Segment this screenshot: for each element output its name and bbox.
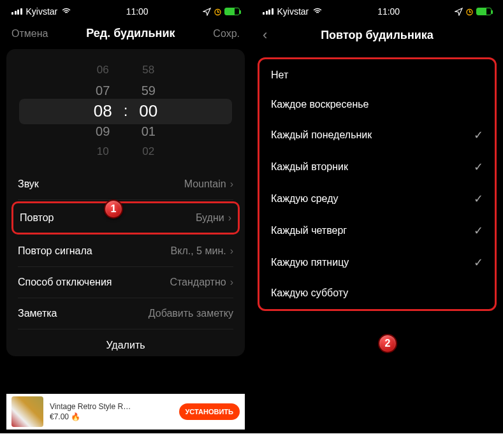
location-icon (455, 8, 463, 16)
chevron-right-icon: › (230, 277, 233, 288)
hour-column[interactable]: 06 07 08 09 10 (94, 62, 112, 160)
callout-badge-1: 1 (104, 199, 123, 219)
note-placeholder: Добавить заметку (149, 308, 233, 319)
snooze-label: Повтор сигнала (18, 245, 92, 257)
delete-button[interactable]: Удалить (18, 329, 233, 356)
repeat-option-monday[interactable]: Каждый понедельник ✓ (265, 119, 490, 151)
repeat-option-saturday[interactable]: Каждую субботу (265, 278, 490, 308)
snooze-row[interactable]: Повтор сигнала Вкл., 5 мин.› (18, 236, 233, 267)
repeat-value: Будни (196, 212, 224, 224)
screen-edit-alarm: Kyivstar 11:00 Отмена Ред. будильник Сох… (0, 0, 251, 433)
wifi-icon (312, 8, 323, 15)
ad-thumbnail (11, 396, 43, 427)
repeat-option-sunday[interactable]: Каждое воскресенье (265, 90, 490, 119)
cancel-button[interactable]: Отмена (11, 28, 48, 40)
sound-row[interactable]: Звук Mountain› (18, 169, 233, 200)
repeat-row[interactable]: Повтор Будни› (11, 201, 240, 235)
ad-banner[interactable]: Vintage Retro Style R… €7.00 🔥 УСТАНОВИТ… (6, 394, 245, 430)
repeat-option-none[interactable]: Нет (265, 61, 490, 90)
repeat-options-panel: Нет Каждое воскресенье Каждый понедельни… (258, 57, 497, 311)
carrier-label: Kyivstar (277, 6, 309, 17)
snooze-value: Вкл., 5 мин. (171, 245, 226, 257)
carrier-label: Kyivstar (26, 6, 58, 17)
check-icon: ✓ (474, 256, 483, 270)
chevron-right-icon: › (230, 245, 233, 257)
page-title: Ред. будильник (86, 27, 175, 40)
repeat-option-thursday[interactable]: Каждый четверг ✓ (265, 215, 490, 247)
dismiss-label: Способ отключения (18, 277, 112, 288)
chevron-right-icon: › (228, 212, 231, 224)
dismiss-row[interactable]: Способ отключения Стандартно› (18, 267, 233, 298)
status-bar: Kyivstar 11:00 (0, 0, 251, 22)
sound-value: Mountain (184, 178, 226, 190)
minute-column[interactable]: 58 59 00 01 02 (139, 62, 157, 160)
check-icon: ✓ (474, 160, 483, 174)
repeat-label: Повтор (20, 212, 54, 224)
status-bar: Kyivstar 11:00 (251, 0, 503, 22)
check-icon: ✓ (474, 224, 483, 238)
ad-price: €7.00 🔥 (50, 412, 173, 421)
clock-label: 11:00 (126, 6, 149, 17)
note-row[interactable]: Заметка Добавить заметку (18, 298, 233, 329)
ad-install-button[interactable]: УСТАНОВИТЬ (179, 403, 240, 420)
check-icon: ✓ (474, 128, 483, 142)
battery-icon (224, 8, 240, 15)
signal-icon (11, 8, 22, 15)
ad-title: Vintage Retro Style R… (50, 402, 173, 411)
check-icon: ✓ (474, 192, 483, 206)
note-label: Заметка (18, 308, 57, 319)
signal-icon (263, 8, 273, 15)
repeat-option-wednesday[interactable]: Каждую среду ✓ (265, 183, 490, 215)
sound-label: Звук (18, 178, 39, 190)
repeat-option-friday[interactable]: Каждую пятницу ✓ (265, 247, 490, 278)
battery-icon (476, 8, 492, 15)
chevron-right-icon: › (230, 178, 233, 190)
alarm-icon (465, 8, 474, 16)
clock-label: 11:00 (377, 6, 400, 17)
callout-badge-2: 2 (378, 334, 397, 353)
alarm-editor-panel: 06 07 08 09 10 : 58 59 00 01 02 Звук (6, 49, 245, 356)
page-title: Повтор будильника (321, 29, 434, 42)
back-button[interactable]: ‹ (263, 27, 282, 43)
nav-bar: Отмена Ред. будильник Сохр. (0, 22, 251, 49)
nav-bar: ‹ Повтор будильника (251, 22, 503, 52)
alarm-icon (214, 8, 222, 16)
dismiss-value: Стандартно (170, 277, 226, 288)
repeat-option-tuesday[interactable]: Каждый вторник ✓ (265, 151, 490, 183)
wifi-icon (61, 8, 71, 15)
screen-repeat-picker: Kyivstar 11:00 ‹ Повтор будильника Нет К… (251, 0, 503, 433)
location-icon (203, 8, 211, 16)
save-button[interactable]: Сохр. (213, 28, 240, 40)
time-colon: : (124, 102, 128, 120)
